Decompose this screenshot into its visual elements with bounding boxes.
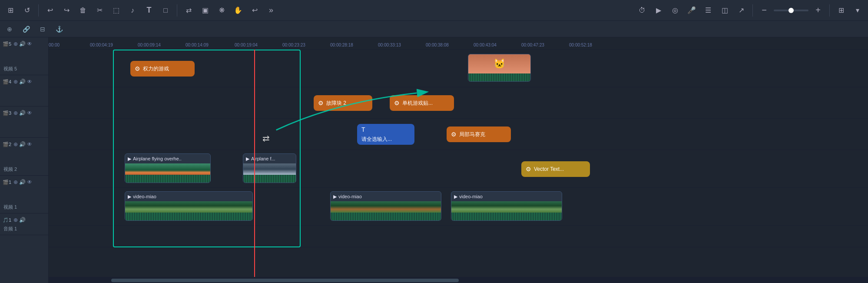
playhead[interactable] xyxy=(254,50,255,277)
hand-button[interactable]: ✋ xyxy=(231,3,245,17)
redo-button[interactable]: ↪ xyxy=(60,3,73,17)
vector-icon: ⚙ xyxy=(526,166,531,173)
delete-button[interactable]: 🗑 xyxy=(76,3,90,17)
track5-volume-icon[interactable]: 🔊 xyxy=(19,41,26,47)
track5-add-icon[interactable]: ⊕ xyxy=(13,41,18,47)
track4-add-icon[interactable]: ⊕ xyxy=(13,79,18,85)
clip-jubu[interactable]: ⚙ 局部马赛克 xyxy=(447,127,511,142)
grid-icon[interactable]: ⊞ xyxy=(834,3,848,17)
videomiao2-waveform xyxy=(331,213,441,220)
list-icon[interactable]: ☰ xyxy=(701,3,715,17)
zoom-in-button[interactable]: + xyxy=(811,3,825,17)
airplane1-play-icon: ▶ xyxy=(128,156,131,162)
airplane2-waveform xyxy=(243,175,296,183)
track2-volume-icon[interactable]: 🔊 xyxy=(19,141,26,147)
airplane2-thumbnail xyxy=(243,163,296,175)
music-button[interactable]: ♪ xyxy=(126,3,139,17)
trackaudio-label: 音频 1 xyxy=(3,226,17,232)
clip-videomiao2[interactable]: ▶ video-miao xyxy=(330,191,441,221)
mic-icon[interactable]: 🎤 xyxy=(685,3,699,17)
waveform-line2 xyxy=(243,175,296,183)
export-icon[interactable]: ↗ xyxy=(734,3,748,17)
track-row-video3: ⚙ 局部马赛克 T 请全选输入... xyxy=(49,119,868,150)
cut-button[interactable]: ✂ xyxy=(93,3,106,17)
videomiao1-label: video-miao xyxy=(133,194,156,199)
expand-icon[interactable]: ▾ xyxy=(851,3,865,17)
danjiyou-label: 单机游戏贴... xyxy=(402,100,433,107)
track1-icons: 🎬1 ⊕ 🔊 👁 xyxy=(3,179,32,185)
ruler-time-7: 00:00:33:13 xyxy=(378,43,401,47)
track3-volume-icon[interactable]: 🔊 xyxy=(19,110,26,116)
add-track-button[interactable]: ⊕ xyxy=(3,23,16,35)
timer-icon[interactable]: ⏱ xyxy=(635,3,649,17)
ruler-time-9: 00:00:43:04 xyxy=(474,43,497,47)
separator xyxy=(38,4,39,17)
text-button[interactable]: T xyxy=(142,3,156,17)
sticker-button[interactable]: ❋ xyxy=(215,3,229,17)
filter-icon[interactable]: ◫ xyxy=(718,3,732,17)
track1-volume-icon[interactable]: 🔊 xyxy=(19,179,26,185)
track1-num: 🎬1 xyxy=(3,180,11,185)
track5-num: 🎬5 xyxy=(3,41,11,47)
videomiao3-thumbnail xyxy=(451,201,562,213)
track4-eye-icon[interactable]: 👁 xyxy=(27,79,32,85)
airplane2-header: ▶ Airplane f... xyxy=(243,154,296,163)
trackaudio-add-icon[interactable]: ⊕ xyxy=(13,217,18,223)
waveform-line-vm3 xyxy=(451,213,562,220)
time-ruler: 00:00 00:00:04:19 00:00:09:14 00:00:14:0… xyxy=(49,37,868,50)
link-button[interactable]: 🔗 xyxy=(20,23,32,35)
play-circle-icon[interactable]: ▶ xyxy=(652,3,666,17)
back-button[interactable]: ↩ xyxy=(248,3,262,17)
cat-waveform-line xyxy=(468,73,530,81)
shield-icon[interactable]: ◎ xyxy=(668,3,682,17)
ruler-time-3: 00:00:14:09 xyxy=(186,43,209,47)
clip-videomiao1[interactable]: ▶ video-miao xyxy=(125,191,253,221)
transition-button[interactable]: ⇄ xyxy=(182,3,195,17)
clip-guzhang[interactable]: ⚙ 故障块 2 xyxy=(314,95,372,111)
track-row-video4: ⚙ 故障块 2 ⚙ 单机游戏贴... xyxy=(49,87,868,119)
clip-videomiao3[interactable]: ▶ video-miao xyxy=(451,191,562,221)
separator2 xyxy=(177,4,177,17)
clip-cat[interactable]: 🐱 xyxy=(468,54,531,82)
toolbar-right: ⏱ ▶ ◎ 🎤 ☰ ◫ ↗ − + ⊞ ▾ xyxy=(635,3,865,17)
videomiao1-header: ▶ video-miao xyxy=(125,192,252,201)
track1-add-icon[interactable]: ⊕ xyxy=(13,179,18,185)
guzhang-label: 故障块 2 xyxy=(326,100,346,107)
videomiao2-thumb xyxy=(331,201,441,213)
track3-add-icon[interactable]: ⊕ xyxy=(13,110,18,116)
track-label-video5: 🎬5 ⊕ 🔊 👁 视频 5 xyxy=(0,37,48,75)
clip-airplane1[interactable]: ▶ Airplane flying overhe.. xyxy=(125,153,211,183)
clip-airplane2[interactable]: ▶ Airplane f... xyxy=(243,153,296,183)
track2-num: 🎬2 xyxy=(3,142,11,147)
track5-label: 视频 5 xyxy=(3,66,17,72)
clip-danjiyou[interactable]: ⚙ 单机游戏贴... xyxy=(390,95,454,111)
clip-quanli[interactable]: ⚙ 权力的游戏 xyxy=(130,61,195,77)
apps-icon[interactable]: ⊞ xyxy=(3,3,17,17)
track5-eye-icon[interactable]: 👁 xyxy=(27,41,32,47)
track3-eye-icon[interactable]: 👁 xyxy=(27,110,32,116)
crop-button[interactable]: ⬚ xyxy=(109,3,123,17)
zoom-out-button[interactable]: − xyxy=(757,3,771,17)
caption-button[interactable]: ▣ xyxy=(198,3,212,17)
ruler-time-8: 00:00:38:08 xyxy=(426,43,449,47)
track2-add-icon[interactable]: ⊕ xyxy=(13,141,18,147)
track4-volume-icon[interactable]: 🔊 xyxy=(19,79,26,85)
track-row-video2: ▶ Airplane flying overhe.. ▶ Airplane f.… xyxy=(49,150,868,188)
sep4 xyxy=(829,4,830,17)
scrollbar-thumb[interactable] xyxy=(111,279,459,282)
scrollbar-area[interactable] xyxy=(49,277,868,283)
zoom-slider[interactable] xyxy=(774,10,808,11)
track2-label: 视频 2 xyxy=(3,166,17,173)
undo-button[interactable]: ↩ xyxy=(43,3,57,17)
track4-icons: 🎬4 ⊕ 🔊 👁 xyxy=(3,79,32,85)
align-button[interactable]: ⊟ xyxy=(36,23,49,35)
border-button[interactable]: □ xyxy=(159,3,172,17)
clip-quanxuan[interactable]: T 请全选输入... xyxy=(357,124,414,145)
clip-vectortext[interactable]: ⚙ Vector Text... xyxy=(521,161,590,177)
trackaudio-volume-icon[interactable]: 🔊 xyxy=(19,217,26,223)
magnet-button[interactable]: ⚓ xyxy=(53,23,65,35)
track2-eye-icon[interactable]: 👁 xyxy=(27,141,32,147)
history-icon[interactable]: ↺ xyxy=(20,3,34,17)
more-icon[interactable]: » xyxy=(264,3,278,17)
track1-eye-icon[interactable]: 👁 xyxy=(27,179,32,185)
